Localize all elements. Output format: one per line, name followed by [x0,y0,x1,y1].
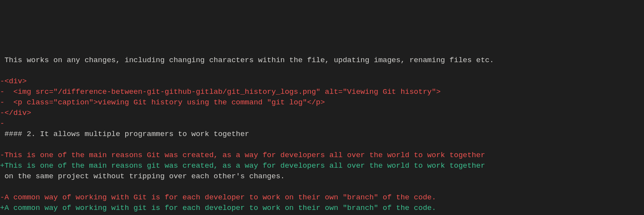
diff-line-del: -A common way of working with Git is for… [0,192,644,203]
diff-line-ctx [0,213,644,215]
diff-line-ctx [0,140,644,150]
diff-line-add: +This is one of the main reasons git was… [0,161,644,171]
diff-line-del: -<div> [0,76,644,87]
diff-line-add: +A common way of working with git is for… [0,203,644,213]
diff-line-del: -</div> [0,108,644,118]
diff-line-ctx [0,182,644,192]
diff-line-ctx [0,66,644,76]
diff-line-ctx: This works on any changes, including cha… [0,55,644,66]
diff-line-del: - [0,118,644,129]
diff-line-ctx: on the same project without tripping ove… [0,171,644,182]
diff-line-ctx: #### 2. It allows multiple programmers t… [0,129,644,140]
diff-line-del: - <img src="/difference-between-git-gith… [0,87,644,97]
diff-output[interactable]: This works on any changes, including cha… [0,53,644,215]
diff-line-del: - <p class="caption">viewing Git history… [0,97,644,108]
diff-line-del: -This is one of the main reasons Git was… [0,150,644,161]
